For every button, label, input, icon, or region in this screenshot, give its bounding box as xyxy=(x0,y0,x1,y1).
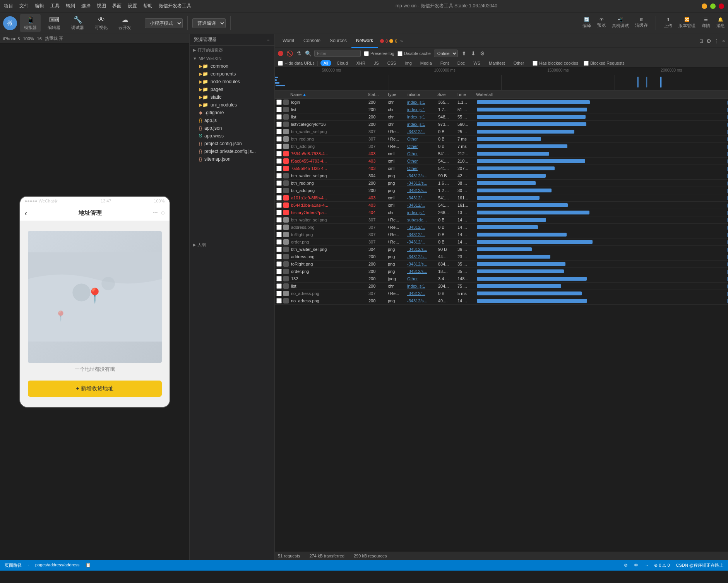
row-checkbox[interactable] xyxy=(276,188,282,193)
row-checkbox[interactable] xyxy=(276,210,282,215)
throttle-select[interactable]: Online xyxy=(434,50,458,57)
filter-cloud-button[interactable]: Cloud xyxy=(334,60,351,66)
table-row[interactable]: order.png 307 / Re... -34312/... 0 B 14 … xyxy=(275,238,728,246)
row-checkbox[interactable] xyxy=(276,136,282,142)
cloud-button[interactable]: ☁ 云开发 xyxy=(115,14,135,32)
tree-item-project-config[interactable]: {} project.config.json xyxy=(190,140,274,147)
tab-console[interactable]: Console xyxy=(299,34,325,48)
row-checkbox[interactable] xyxy=(276,269,282,274)
clear-button[interactable]: 🚫 xyxy=(286,50,293,57)
tree-item-project-private[interactable]: {} project.private.config.js... xyxy=(190,147,274,155)
tree-item-appwxss[interactable]: S app.wxss xyxy=(190,132,274,140)
table-row[interactable]: address.png 200 png -34312/s... 44.... 2… xyxy=(275,253,728,261)
record-icon[interactable]: ⊙ xyxy=(161,210,165,216)
row-checkbox[interactable] xyxy=(276,225,282,230)
tree-item-uni-modules[interactable]: ▶📁 uni_modules xyxy=(190,101,274,109)
col-header-waterfall[interactable]: Waterfall xyxy=(474,92,722,97)
more-icon[interactable]: ••• xyxy=(153,210,158,216)
table-row[interactable]: a101a1e9-8f8b-4... 403 xml -34312/... 54… xyxy=(275,194,728,202)
row-checkbox[interactable] xyxy=(276,291,282,296)
blocked-requests-check[interactable] xyxy=(584,61,589,66)
filter-doc-button[interactable]: Doc xyxy=(454,60,468,66)
tree-item-static[interactable]: ▶📁 static xyxy=(190,93,274,101)
filter-img-button[interactable]: Img xyxy=(401,60,415,66)
version-mgmt-button[interactable]: 🔀版本管理 xyxy=(678,16,695,30)
filter-other-button[interactable]: Other xyxy=(510,60,528,66)
close-button[interactable] xyxy=(719,3,724,9)
row-checkbox[interactable] xyxy=(276,122,282,127)
more-options-button[interactable]: ⋮ xyxy=(714,38,719,44)
table-row[interactable]: login 200 xhr index.js:1 365... 1.1... | xyxy=(275,99,728,106)
search-button[interactable]: 🔍 xyxy=(305,50,311,57)
preserve-log-check[interactable] xyxy=(364,51,369,56)
table-row[interactable]: no_adress.png 200 png -34312/s... 49....… xyxy=(275,297,728,305)
hot-reload-label[interactable]: 热重载 开 xyxy=(45,36,63,41)
table-row[interactable]: btn_add.png 307 / Re... Other 0 B 7 ms | xyxy=(275,143,728,150)
tree-item-common[interactable]: ▶📁 common xyxy=(190,62,274,70)
preview-button[interactable]: 👁预览 xyxy=(597,16,606,30)
inspect-button[interactable]: ⊡ xyxy=(699,38,703,44)
row-checkbox[interactable] xyxy=(276,239,282,245)
tree-item-gitignore[interactable]: ◆ .gitignore xyxy=(190,109,274,117)
col-header-type[interactable]: Type xyxy=(385,92,404,97)
tree-item-node-modules[interactable]: ▶📁 node-modules xyxy=(190,78,274,86)
menu-weixin[interactable]: 微信开发者工具 xyxy=(159,3,191,9)
table-row[interactable]: 132 200 jpeg Other 3.4 ... 148... | xyxy=(275,275,728,283)
row-checkbox[interactable] xyxy=(276,114,282,120)
table-row[interactable]: list 200 xhr index.js:1 1.7... 51 ... | xyxy=(275,106,728,113)
table-row[interactable]: btn_red.png 307 / Re... Other 0 B 7 ms | xyxy=(275,135,728,143)
menu-settings[interactable]: 设置 xyxy=(128,3,137,9)
col-header-size[interactable]: Size xyxy=(435,92,454,97)
row-checkbox[interactable] xyxy=(276,247,282,252)
tree-item-sitemap[interactable]: {} sitemap.json xyxy=(190,155,274,163)
detail-button[interactable]: ☰详情 xyxy=(702,16,710,30)
row-checkbox[interactable] xyxy=(276,180,282,186)
compile-select[interactable]: 普通编译 xyxy=(192,18,226,28)
import-button[interactable]: ⬆ xyxy=(461,50,467,57)
table-row[interactable]: btn_waiter_sel.png 307 / Re... subasde..… xyxy=(275,216,728,224)
blocked-requests[interactable]: Blocked Requests xyxy=(584,61,625,66)
mode-select[interactable]: 小程序模式 xyxy=(145,18,183,28)
menu-bar[interactable]: 项目 文件 编辑 工具 转到 选择 视图 界面 设置 帮助 微信开发者工具 xyxy=(4,3,191,9)
filter-toggle-button[interactable]: ⚗ xyxy=(296,50,302,57)
project-section[interactable]: ▼ MP-WEIXIN xyxy=(190,55,274,62)
row-checkbox[interactable] xyxy=(276,298,282,304)
disable-cache-check[interactable] xyxy=(397,51,403,56)
open-editor-section[interactable]: ▶ 打开的编辑器 xyxy=(190,46,274,55)
row-checkbox[interactable] xyxy=(276,276,282,281)
resource-mgr-more[interactable]: ··· xyxy=(267,37,271,43)
table-row[interactable]: btn_waiter_sel.png 304 png -34312/s... 9… xyxy=(275,246,728,253)
row-checkbox[interactable] xyxy=(276,107,282,112)
table-row[interactable]: list 200 xhr index.js:1 948... 55 ... | xyxy=(275,113,728,121)
tab-sources[interactable]: Sources xyxy=(325,34,351,48)
table-row[interactable]: toRight.png 200 png -34312/s... 834... 3… xyxy=(275,261,728,268)
menu-edit[interactable]: 编辑 xyxy=(35,3,44,9)
record-button[interactable] xyxy=(278,51,283,56)
real-machine-button[interactable]: 📲真机调试 xyxy=(612,16,629,30)
editor-button[interactable]: ⌨ 编辑器 xyxy=(44,14,64,32)
table-row[interactable]: toRight.png 307 / Re... -34312/... 0 B 1… xyxy=(275,231,728,238)
filter-css-button[interactable]: CSS xyxy=(384,60,399,66)
row-checkbox[interactable] xyxy=(276,151,282,156)
maximize-button[interactable] xyxy=(710,3,716,9)
window-controls[interactable] xyxy=(702,3,724,9)
filter-xhr-button[interactable]: XHR xyxy=(353,60,368,66)
filter-ws-button[interactable]: WS xyxy=(470,60,483,66)
status-more-icon[interactable]: ··· xyxy=(644,563,648,568)
clear-storage-button[interactable]: 🗑清缓存 xyxy=(635,16,648,30)
tree-item-pages[interactable]: ▶📁 pages xyxy=(190,86,274,93)
filter-manifest-button[interactable]: Manifest xyxy=(486,60,508,66)
menu-project[interactable]: 项目 xyxy=(4,3,13,9)
status-settings-icon[interactable]: ⚙ xyxy=(624,563,628,568)
col-header-time[interactable]: Time xyxy=(454,92,474,97)
table-row[interactable]: btn_red.png 200 png -34312/s... 1.6 ... … xyxy=(275,180,728,187)
filter-font-button[interactable]: Font xyxy=(437,60,452,66)
export-button[interactable]: ⬇ xyxy=(470,50,476,57)
row-checkbox[interactable] xyxy=(276,129,282,134)
filter-all-button[interactable]: All xyxy=(320,60,331,66)
has-blocked-cookies[interactable]: Has blocked cookies xyxy=(533,61,578,66)
table-row[interactable]: address.png 307 / Re... -34312/... 0 B 1… xyxy=(275,224,728,231)
outline-section[interactable]: ▶ 大纲 xyxy=(190,240,274,249)
table-row[interactable]: order.png 200 png -34312/s... 18.... 35 … xyxy=(275,268,728,275)
menu-tools[interactable]: 工具 xyxy=(50,3,60,9)
